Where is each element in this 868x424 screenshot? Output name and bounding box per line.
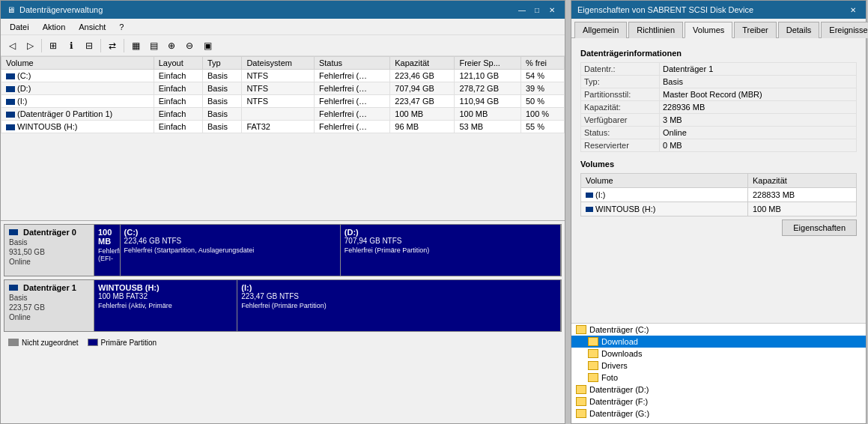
disk-map-area: Datenträger 0 Basis 931,50 GB Online 100… [1, 221, 565, 423]
toolbar: ◁ ▷ ⊞ ℹ ⊟ ⇄ ▦ ▤ ⊕ ⊖ ▣ [1, 35, 565, 56]
col-freier[interactable]: Freier Sp... [455, 57, 521, 70]
vol-row[interactable]: WINTOUSB (H:) 100 MB [581, 202, 857, 216]
col-kapazitaet[interactable]: Kapazität [390, 57, 455, 70]
cell-prozent: 39 % [521, 82, 564, 95]
col-typ[interactable]: Typ [203, 57, 242, 70]
props-close-button[interactable]: ✕ [846, 4, 860, 16]
partition[interactable]: (C:) 223,46 GB NTFS Fehlerfrei (Startpar… [121, 225, 341, 276]
col-prozent[interactable]: % frei [521, 57, 564, 70]
tree-item[interactable]: Download [571, 336, 866, 348]
tree-item[interactable]: Foto [571, 372, 866, 384]
close-button[interactable]: ✕ [545, 4, 559, 16]
menu-help[interactable]: ? [113, 21, 130, 33]
disk-name: Datenträger 0 [9, 228, 89, 237]
info-label: Typ: [581, 76, 660, 88]
cell-prozent: 100 % [521, 108, 564, 121]
toolbar-sep3 [124, 39, 124, 52]
cell-kapazitaet: 223,47 GB [390, 95, 455, 108]
col-dateisystem[interactable]: Dateisystem [242, 57, 315, 70]
tabs-bar: Allgemein Richtlinien Volumes Treiber De… [571, 19, 866, 38]
tree-item[interactable]: Datenträger (D:) [571, 384, 866, 396]
info-row: Status: Online [581, 127, 857, 139]
partition[interactable]: (D:) 707,94 GB NTFS Fehlerfrei (Primäre … [341, 225, 561, 276]
disk-size: 223,57 GB [9, 303, 89, 312]
toolbar-btn1[interactable]: ⊞ [45, 37, 61, 54]
maximize-button[interactable]: □ [530, 4, 544, 16]
cell-layout: Einfach [154, 95, 202, 108]
toolbar-btn2[interactable]: ℹ [63, 37, 79, 54]
cell-volume: (D:) [1, 82, 154, 95]
col-volume[interactable]: Volume [1, 57, 154, 70]
cell-freier: 121,10 GB [455, 70, 521, 82]
partition-size: 223,46 GB NTFS [124, 237, 336, 245]
partition[interactable]: 100 MB Fehlerfrei (EFI- [94, 225, 121, 276]
toolbar-back[interactable]: ◁ [4, 37, 20, 54]
partition-status: Fehlerfrei (Primäre Partition) [345, 246, 556, 254]
cell-prozent: 55 % [521, 121, 564, 133]
tab-volumes[interactable]: Volumes [685, 22, 732, 38]
tab-details[interactable]: Details [778, 22, 820, 38]
tree-item[interactable]: Datenträger (C:) [571, 324, 866, 336]
eigenschaften-btn-wrapper: Eigenschaften [580, 216, 857, 239]
table-row[interactable]: (Datenträger 0 Partition 1) Einfach Basi… [1, 108, 565, 121]
minimize-button[interactable]: — [515, 4, 529, 16]
eigenschaften-button[interactable]: Eigenschaften [782, 219, 857, 236]
info-row: Typ: Basis [581, 76, 857, 88]
partition[interactable]: WINTOUSB (H:) 100 MB FAT32 Fehlerfrei (A… [94, 280, 237, 331]
partition[interactable]: (I:) 223,47 GB NTFS Fehlerfrei (Primäre … [237, 280, 561, 331]
tree-item[interactable]: Downloads [571, 348, 866, 360]
toolbar-btn7[interactable]: ⊕ [163, 37, 180, 54]
toolbar-sep1 [41, 39, 42, 52]
menu-aktion[interactable]: Aktion [37, 21, 72, 33]
legend-primary: Primäre Partition [88, 339, 157, 347]
info-value: Basis [660, 76, 857, 88]
disk-icon [9, 229, 18, 235]
table-row[interactable]: WINTOUSB (H:) Einfach Basis FAT32 Fehler… [1, 121, 565, 133]
disk-status: Online [9, 258, 89, 266]
partition-name: (C:) [124, 228, 336, 237]
table-row[interactable]: (D:) Einfach Basis NTFS Fehlerfrei (… 70… [1, 82, 565, 95]
tab-treiber[interactable]: Treiber [734, 22, 776, 38]
toolbar-btn6[interactable]: ▤ [145, 37, 162, 54]
col-layout[interactable]: Layout [154, 57, 202, 70]
legend-primary-label: Primäre Partition [101, 339, 157, 347]
disk-type: Basis [9, 238, 89, 246]
cell-status: Fehlerfrei (… [314, 95, 389, 108]
menu-datei[interactable]: Datei [4, 21, 35, 33]
tree-item-label: Datenträger (F:) [589, 397, 648, 406]
info-value: Online [660, 127, 857, 139]
tab-ereignisse[interactable]: Ereignisse [821, 22, 868, 38]
info-label: Partitionsstil: [581, 88, 660, 101]
tab-richtlinien[interactable]: Richtlinien [628, 22, 683, 38]
vol-col-volume[interactable]: Volume [581, 174, 748, 188]
disk-info-table: Datentr.: Datenträger 1 Typ: Basis Parti… [580, 62, 857, 152]
table-row[interactable]: (I:) Einfach Basis NTFS Fehlerfrei (… 22… [1, 95, 565, 108]
toolbar-btn9[interactable]: ▣ [199, 37, 216, 54]
toolbar-btn5[interactable]: ▦ [127, 37, 144, 54]
toolbar-forward[interactable]: ▷ [22, 37, 38, 54]
partition-name: (I:) [241, 283, 556, 292]
cell-kapazitaet: 96 MB [390, 121, 455, 133]
disk-map-container: Datenträger 0 Basis 931,50 GB Online 100… [4, 224, 562, 332]
tree-item[interactable]: Datenträger (G:) [571, 408, 866, 420]
col-status[interactable]: Status [314, 57, 389, 70]
menu-ansicht[interactable]: Ansicht [73, 21, 112, 33]
table-row[interactable]: (C:) Einfach Basis NTFS Fehlerfrei (… 22… [1, 70, 565, 82]
toolbar-btn8[interactable]: ⊖ [181, 37, 198, 54]
info-label: Status: [581, 127, 660, 139]
table-body: (C:) Einfach Basis NTFS Fehlerfrei (… 22… [1, 70, 565, 133]
tree-item[interactable]: Datenträger (F:) [571, 396, 866, 408]
toolbar-btn4[interactable]: ⇄ [104, 37, 121, 54]
info-value: 0 MB [660, 139, 857, 152]
vol-cell-volume: WINTOUSB (H:) [581, 202, 748, 216]
toolbar-btn3[interactable]: ⊟ [81, 37, 97, 54]
tree-item[interactable]: Drivers [571, 360, 866, 372]
partition-name: 100 MB [98, 228, 116, 246]
vol-col-kapazitaet[interactable]: Kapazität [747, 174, 856, 188]
vol-row[interactable]: (I:) 228833 MB [581, 188, 857, 202]
info-value: Master Boot Record (MBR) [660, 88, 857, 101]
partition-status: Fehlerfrei (Startpartition, Auslagerungs… [124, 246, 336, 254]
main-title-icon: 🖥 [7, 5, 15, 14]
tab-allgemein[interactable]: Allgemein [574, 22, 627, 38]
info-row: Reservierter 0 MB [581, 139, 857, 152]
